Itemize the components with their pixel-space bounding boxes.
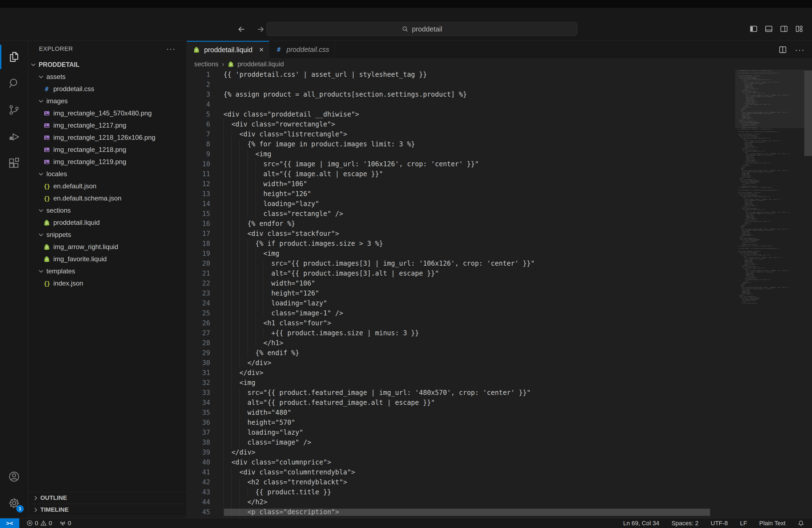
encoding[interactable]: UTF-8 — [711, 520, 728, 527]
code-line: 28</h1> — [187, 338, 812, 348]
activity-explorer[interactable] — [0, 44, 28, 70]
search-icon — [402, 25, 409, 33]
tree-item-img-rectangle-1218-png[interactable]: img_rectangle_1218.png — [28, 144, 187, 156]
line-number: 35 — [187, 408, 210, 417]
outline-section-header[interactable]: OUTLINE — [28, 492, 187, 504]
code-line: 40<div class="columnprice"> — [187, 457, 812, 467]
breadcrumb-file[interactable]: proddetail.liquid — [237, 60, 284, 68]
close-tab-icon[interactable]: × — [259, 46, 263, 54]
more-actions-icon[interactable]: ··· — [795, 45, 805, 54]
tree-item-label: proddetail.liquid — [53, 219, 100, 226]
tree-item-templates[interactable]: templates — [28, 265, 187, 277]
tree-item-img-arrow-right-liquid[interactable]: Simg_arrow_right.liquid — [28, 241, 187, 253]
line-number: 33 — [187, 388, 210, 398]
chevron-right-icon — [33, 508, 37, 512]
line-content: <h1 class="four"> — [223, 318, 331, 328]
code-line: 24loading="lazy" — [187, 298, 812, 308]
code-line: 6<div class="rowrectangle"> — [187, 119, 812, 129]
customize-layout-icon[interactable] — [795, 25, 803, 33]
tree-item-locales[interactable]: locales — [28, 168, 187, 180]
tab-proddetail-css[interactable]: # proddetail.css — [269, 41, 335, 58]
minimap[interactable]: {{ 'proddetail.css' | asset_url | styles… — [735, 70, 804, 518]
language-mode[interactable]: Plain Text — [759, 520, 785, 527]
vertical-scrollbar[interactable] — [804, 70, 812, 156]
code-line: 32<img — [187, 378, 812, 388]
activity-source-control[interactable] — [0, 97, 28, 123]
code-line: 22width="106" — [187, 278, 812, 288]
activity-run-debug[interactable] — [0, 123, 28, 150]
remote-indicator[interactable]: >< — [0, 518, 19, 528]
line-content: <div class="stackfour"> — [223, 229, 339, 239]
line-number: 4 — [187, 99, 210, 109]
code-line: 36height="570" — [187, 417, 812, 427]
settings-button[interactable]: 1 — [0, 490, 28, 516]
error-count: 0 — [35, 520, 38, 527]
breadcrumb: sections › S proddetail.liquid — [187, 59, 812, 70]
tree-item-assets[interactable]: assets — [28, 71, 187, 83]
indentation[interactable]: Spaces: 2 — [671, 520, 698, 527]
tree-item-index-json[interactable]: {}index.json — [28, 277, 187, 289]
chevron-down-icon — [39, 268, 43, 273]
line-number: 18 — [187, 239, 210, 249]
toggle-panel-icon[interactable] — [765, 25, 773, 33]
tab-proddetail-liquid[interactable]: S proddetail.liquid × — [187, 41, 269, 59]
toggle-secondary-sidebar-icon[interactable] — [780, 25, 788, 33]
tab-label: proddetail.liquid — [204, 46, 252, 54]
code-line: 25class="image-1" /> — [187, 308, 812, 318]
tree-item-img-rectangle-1219-png[interactable]: img_rectangle_1219.png — [28, 156, 187, 168]
ports-status[interactable]: 0 — [59, 520, 71, 527]
code-line: 16{% endfor %} — [187, 219, 812, 229]
tree-item-en-default-schema-json[interactable]: {}en.default.schema.json — [28, 192, 187, 204]
line-content: </div> — [223, 448, 256, 457]
tree-item-en-default-json[interactable]: {}en.default.json — [28, 180, 187, 192]
go-back-button[interactable] — [236, 24, 247, 35]
tree-item-img-rectangle-1218-126x106-png[interactable]: img_rectangle_1218_126x106.png — [28, 131, 187, 144]
line-number: 42 — [187, 477, 210, 487]
cursor-position[interactable]: Ln 69, Col 34 — [623, 520, 659, 527]
tree-item-label: en.default.json — [53, 182, 97, 190]
activity-search[interactable] — [0, 70, 28, 97]
chevron-right-icon — [33, 496, 37, 500]
image-file-icon — [43, 159, 50, 165]
go-forward-button[interactable] — [255, 24, 266, 35]
tree-item-proddetail-liquid[interactable]: Sproddetail.liquid — [28, 217, 187, 229]
breadcrumb-folder[interactable]: sections — [194, 60, 218, 68]
tree-item-proddetail[interactable]: PRODDETAIL — [28, 59, 187, 71]
code-line: 33src="{{ product.featured_image | img_u… — [187, 388, 812, 398]
eol-sequence[interactable]: LF — [740, 520, 747, 527]
split-editor-icon[interactable] — [778, 45, 787, 54]
line-content: <div class="columntrendybla"> — [223, 467, 355, 477]
tree-item-images[interactable]: images — [28, 95, 187, 107]
tree-item-snippets[interactable]: snippets — [28, 229, 187, 241]
problems-status[interactable]: 0 0 — [27, 520, 52, 527]
timeline-section-header[interactable]: TIMELINE — [28, 504, 187, 516]
activity-extensions[interactable] — [0, 150, 28, 176]
warning-count: 0 — [48, 520, 52, 527]
tab-bar: S proddetail.liquid × # proddetail.css ·… — [187, 41, 812, 59]
tree-item-img-favorite-liquid[interactable]: Simg_favorite.liquid — [28, 253, 187, 265]
accounts-button[interactable] — [0, 464, 28, 490]
tree-item-sections[interactable]: sections — [28, 204, 187, 217]
explorer-sidebar: EXPLORER ··· PRODDETAILassets#proddetail… — [28, 41, 187, 518]
bell-icon[interactable] — [798, 520, 804, 527]
chevron-down-icon — [39, 232, 43, 236]
chevron-down-icon — [39, 171, 43, 175]
chevron-down-icon — [31, 62, 35, 66]
line-number: 21 — [187, 268, 210, 278]
source-control-icon — [8, 104, 20, 116]
horizontal-scrollbar[interactable] — [224, 509, 710, 516]
tree-item-proddetail-css[interactable]: #proddetail.css — [28, 83, 187, 95]
code-editor[interactable]: 1{{ 'proddetail.css' | asset_url | style… — [187, 70, 812, 518]
toggle-primary-sidebar-icon[interactable] — [750, 25, 758, 33]
line-number: 27 — [187, 328, 210, 338]
tree-item-img-rectangle-145-570x480-png[interactable]: img_rectangle_145_570x480.png — [28, 107, 187, 119]
views-and-more-actions-button[interactable]: ··· — [166, 44, 176, 53]
code-line: 5<div class="proddetail __dhiwise"> — [187, 109, 812, 119]
line-number: 20 — [187, 259, 210, 268]
line-content: +{{ product.images.size | minus: 3 }} — [223, 328, 419, 338]
tab-label: proddetail.css — [286, 46, 329, 54]
sidebar-title: EXPLORER — [39, 45, 73, 53]
tree-item-img-rectangle-1217-png[interactable]: img_rectangle_1217.png — [28, 119, 187, 131]
command-center-search[interactable]: proddetail — [266, 22, 577, 36]
search-value: proddetail — [412, 25, 443, 33]
